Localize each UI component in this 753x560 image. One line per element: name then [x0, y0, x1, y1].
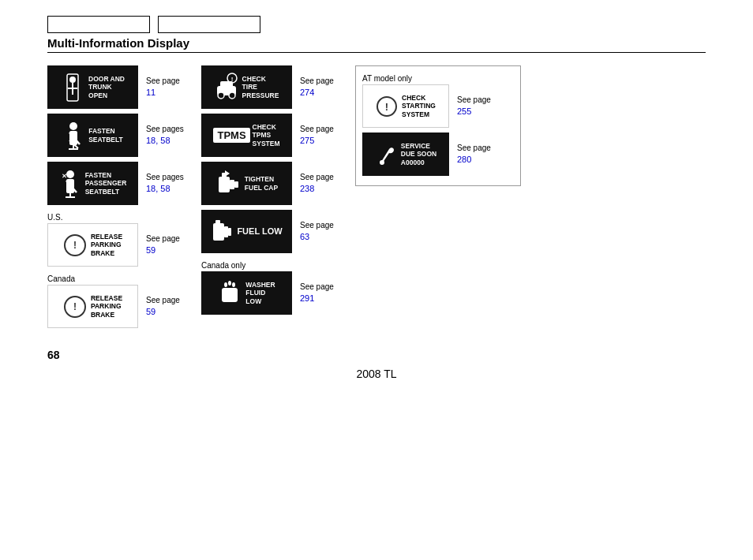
svg-point-22	[218, 92, 224, 99]
svg-rect-27	[230, 180, 234, 189]
at-model-only-label: AT model only	[362, 74, 514, 83]
release-parking-brake-us-icon-box: ! RELEASEPARKINGBRAKE	[47, 223, 138, 267]
svg-point-23	[229, 92, 235, 99]
check-tire-pressure-icon: !	[215, 72, 238, 103]
tighten-fuel-cap-see-page: See page 238	[300, 172, 347, 195]
svg-rect-35	[222, 288, 238, 302]
section-title: Multi-Information Display	[47, 36, 706, 53]
svg-text:✕: ✕	[62, 173, 67, 180]
svg-text:!: !	[73, 301, 77, 312]
release-parking-brake-canada-text: RELEASEPARKINGBRAKE	[91, 294, 122, 319]
door-trunk-open-icon-box: DOOR ANDTRUNKOPEN	[47, 65, 138, 109]
tighten-fuel-cap-icon	[215, 169, 241, 199]
svg-text:!: !	[230, 76, 233, 83]
check-tire-pressure-see-page: See page 274	[300, 76, 347, 99]
svg-point-1	[69, 77, 76, 83]
parking-brake-us-icon: !	[63, 230, 87, 261]
washer-fluid-low-text: WASHERFLUIDLOW	[245, 281, 275, 306]
washer-fluid-low-icon	[218, 278, 242, 308]
tighten-fuel-cap-icon-box: TIGHTENFUEL CAP	[201, 162, 292, 205]
fasten-passenger-seatbelt-icon: ✕	[59, 169, 81, 199]
fasten-seatbelt-see-page: See pages 18, 58	[146, 124, 193, 147]
svg-rect-33	[228, 228, 231, 236]
svg-rect-31	[213, 223, 224, 241]
check-starting-system-text: CHECKSTARTINGSYSTEM	[402, 94, 436, 119]
svg-rect-26	[219, 177, 230, 192]
list-item: ! CHECKSTARTINGSYSTEM See page 255	[362, 84, 514, 128]
list-item: WASHERFLUIDLOW See page 291	[201, 271, 347, 315]
svg-point-41	[380, 160, 384, 165]
list-item: ! RELEASEPARKINGBRAKE See page 59	[47, 285, 193, 328]
check-tpms-text: CHECKTPMSSYSTEM	[253, 123, 280, 148]
washer-fluid-low-see-page: See page 291	[300, 282, 347, 304]
check-tire-pressure-icon-box: ! CHECKTIREPRESSURE	[201, 65, 292, 109]
release-parking-brake-canada-icon-box: ! RELEASEPARKINGBRAKE	[47, 285, 138, 328]
parking-brake-canada-icon: !	[63, 291, 87, 323]
check-starting-system-icon: !	[376, 91, 398, 121]
fasten-passenger-seatbelt-icon-box: ✕ FASTENPASSENGERSEATBELT	[47, 162, 138, 205]
door-trunk-icon	[61, 73, 84, 103]
service-due-soon-see-page: See page 280	[457, 143, 504, 166]
page-number: 68	[47, 349, 706, 361]
release-parking-brake-us-see-page: See page 59	[146, 233, 193, 256]
svg-point-4	[69, 122, 77, 130]
svg-rect-32	[224, 226, 228, 237]
fuel-low-see-page: See page 63	[300, 220, 347, 243]
header-box-left	[47, 16, 150, 33]
list-item: ✕ FASTENPASSENGERSEATBELT See pages 18, …	[47, 162, 193, 205]
canada-label: Canada	[47, 274, 193, 283]
svg-point-37	[228, 281, 231, 286]
service-due-soon-icon	[375, 140, 397, 170]
right-column-wrapper: AT model only ! CHECKSTARTINGSYSTEM See …	[355, 65, 521, 186]
svg-point-36	[224, 282, 227, 287]
main-grid: DOOR ANDTRUNKOPEN See page 11 FASTENS	[47, 65, 706, 333]
list-item: DOOR ANDTRUNKOPEN See page 11	[47, 65, 193, 109]
list-item: FUEL LOW See page 63	[201, 210, 347, 253]
check-starting-system-icon-box: ! CHECKSTARTINGSYSTEM	[362, 84, 449, 128]
fasten-seatbelt-icon	[62, 121, 84, 151]
release-parking-brake-us-text: RELEASEPARKINGBRAKE	[91, 233, 122, 258]
footer-model: 2008 TL	[47, 368, 706, 380]
release-parking-brake-canada-see-page: See page 59	[146, 295, 193, 318]
fuel-low-text: FUEL LOW	[237, 226, 282, 237]
svg-rect-28	[234, 181, 238, 188]
svg-point-10	[66, 170, 74, 178]
check-tire-pressure-text: CHECKTIREPRESSURE	[242, 75, 279, 100]
header: Multi-Information Display	[47, 16, 706, 53]
list-item: ! RELEASEPARKINGBRAKE See page 59	[47, 223, 193, 267]
washer-fluid-low-icon-box: WASHERFLUIDLOW	[201, 271, 292, 315]
fasten-passenger-seatbelt-see-page: See pages 18, 58	[146, 172, 193, 195]
list-item: SERVICEDUE SOONA00000 See page 280	[362, 133, 514, 176]
service-due-soon-icon-box: SERVICEDUE SOONA00000	[362, 133, 449, 176]
list-item: ! CHECKTIREPRESSURE See page 274	[201, 65, 347, 109]
door-trunk-see-page: See page 11	[146, 76, 193, 99]
fasten-seatbelt-text: FASTENSEATBELT	[88, 127, 123, 144]
svg-rect-34	[215, 220, 220, 224]
fasten-passenger-seatbelt-text: FASTENPASSENGERSEATBELT	[85, 171, 127, 196]
header-box-right	[158, 16, 260, 33]
header-boxes	[47, 16, 706, 33]
list-item: TIGHTENFUEL CAP See page 238	[201, 162, 347, 205]
svg-marker-30	[225, 170, 230, 177]
us-label: U.S.	[47, 213, 193, 222]
svg-text:!: !	[73, 240, 77, 251]
fuel-low-icon	[211, 217, 233, 247]
fasten-seatbelt-icon-box: FASTENSEATBELT	[47, 114, 138, 157]
list-item: TPMS CHECKTPMSSYSTEM See page 275	[201, 114, 347, 157]
mid-column: ! CHECKTIREPRESSURE See page 274 TPMS CH…	[201, 65, 347, 319]
tpms-badge: TPMS	[213, 128, 249, 143]
check-starting-system-see-page: See page 255	[457, 95, 504, 118]
door-trunk-open-text: DOOR ANDTRUNKOPEN	[88, 75, 125, 100]
svg-point-38	[232, 282, 235, 287]
canada-only-label: Canada only	[201, 261, 347, 270]
fuel-low-icon-box: FUEL LOW	[201, 210, 292, 253]
tighten-fuel-cap-text: TIGHTENFUEL CAP	[245, 175, 278, 192]
svg-text:!: !	[385, 101, 388, 113]
check-tpms-icon-box: TPMS CHECKTPMSSYSTEM	[201, 114, 292, 157]
list-item: FASTENSEATBELT See pages 18, 58	[47, 114, 193, 157]
left-column: DOOR ANDTRUNKOPEN See page 11 FASTENS	[47, 65, 193, 333]
service-due-soon-text: SERVICEDUE SOONA00000	[401, 142, 436, 167]
check-tpms-see-page: See page 275	[300, 124, 347, 147]
